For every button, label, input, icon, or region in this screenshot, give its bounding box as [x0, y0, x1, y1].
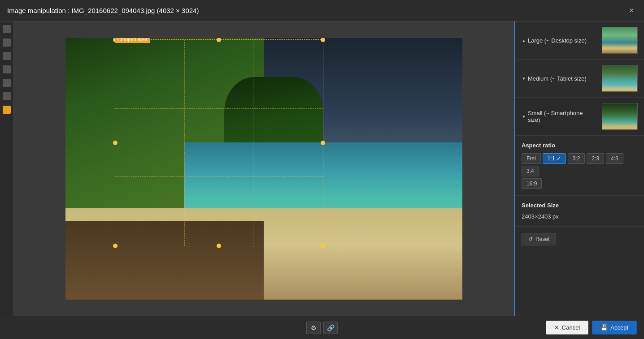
- ratio-btn-3-4[interactable]: 3:4: [522, 166, 539, 176]
- ratio-btn-4-3[interactable]: 4:3: [606, 153, 623, 164]
- large-size-label: ▲ Large (~ Desktop size): [522, 37, 596, 44]
- ratio-btn-16-9[interactable]: 16:9: [522, 178, 542, 189]
- sidebar-icon-6: [3, 92, 11, 100]
- small-thumb-image: [602, 103, 637, 129]
- link-icon: 🔗: [327, 324, 335, 331]
- crop-area-label: Cropped area: [115, 38, 150, 43]
- selected-size-section: Selected Size 2403×2403 px: [515, 196, 644, 227]
- crop-handle-bottom-left[interactable]: [113, 244, 117, 248]
- large-size-section: ▲ Large (~ Desktop size): [515, 21, 644, 60]
- reset-section: ↺ Reset: [515, 227, 644, 252]
- large-thumb-image: [602, 27, 637, 53]
- accept-button[interactable]: 💾 Accept: [592, 321, 637, 335]
- reset-icon: ↺: [528, 236, 533, 242]
- crop-handle-middle-left[interactable]: [113, 141, 117, 145]
- aspect-ratio-title: Aspect ratio: [522, 142, 638, 149]
- crop-handle-bottom-right[interactable]: [321, 244, 325, 248]
- image-manipulation-modal: Image manipulation : IMG_20160622_094043…: [0, 0, 644, 339]
- small-thumb: [602, 103, 638, 130]
- large-size-info: ▲ Large (~ Desktop size): [522, 37, 596, 44]
- small-size-info: ▼ Small (~ Smartphone size): [522, 110, 596, 123]
- aspect-ratio-section: Aspect ratio Frei 1:1 ✓ 3:2 2:3 4:3 3:4 …: [515, 136, 644, 196]
- sidebar-icon-accent: [3, 106, 11, 114]
- image-edit-area: Cropped area: [13, 21, 514, 316]
- ratio-buttons-row1: Frei 1:1 ✓ 3:2 2:3 4:3 3:4: [522, 153, 638, 176]
- crop-handle-bottom-middle[interactable]: [217, 244, 221, 248]
- ratio-btn-3-2[interactable]: 3:2: [568, 153, 585, 164]
- reset-label: Reset: [535, 236, 549, 242]
- settings-icon: ⚙: [311, 324, 317, 331]
- reset-button[interactable]: ↺ Reset: [522, 233, 556, 245]
- small-size-text: Small (~ Smartphone size): [528, 110, 596, 123]
- accept-save-icon: 💾: [600, 324, 608, 331]
- medium-thumb-image: [602, 65, 637, 91]
- sidebar-icon-5: [3, 79, 11, 87]
- medium-chevron-icon: ▼: [522, 76, 526, 81]
- toolbar-link-button[interactable]: 🔗: [323, 322, 338, 334]
- large-size-text: Large (~ Desktop size): [528, 37, 587, 44]
- crop-handle-top-middle[interactable]: [217, 38, 221, 42]
- toolbar-settings-button[interactable]: ⚙: [306, 322, 321, 334]
- ratio-btn-1-1[interactable]: 1:1 ✓: [543, 153, 566, 164]
- accept-label: Accept: [610, 324, 628, 331]
- modal-title: Image manipulation : IMG_20160622_094043…: [7, 7, 199, 14]
- beach-image: Cropped area: [65, 38, 462, 300]
- selected-size-title: Selected Size: [522, 202, 638, 209]
- sidebar-icon-4: [3, 65, 11, 73]
- large-thumb: [602, 27, 638, 54]
- right-panel: ▲ Large (~ Desktop size) ▼ Medium (~ Tab…: [514, 21, 644, 316]
- ratio-btn-frei[interactable]: Frei: [522, 153, 541, 164]
- small-size-label: ▼ Small (~ Smartphone size): [522, 110, 596, 123]
- small-chevron-icon: ▼: [522, 114, 526, 119]
- cancel-x-icon: ✕: [554, 324, 559, 331]
- cancel-button[interactable]: ✕ Cancel: [546, 321, 588, 335]
- selected-size-value: 2403×2403 px: [522, 213, 638, 220]
- crop-overlay[interactable]: [115, 39, 323, 246]
- modal-close-button[interactable]: ×: [626, 4, 637, 17]
- left-sidebar: [0, 21, 13, 316]
- modal-body: Cropped area ▲: [0, 21, 644, 316]
- medium-size-text: Medium (~ Tablet size): [528, 75, 587, 82]
- bottom-bar: ⚙ 🔗 ✕ Cancel 💾 Accept: [0, 316, 644, 339]
- medium-thumb: [602, 65, 638, 92]
- sidebar-icon-3: [3, 52, 11, 60]
- small-size-section: ▼ Small (~ Smartphone size): [515, 98, 644, 136]
- large-chevron-icon: ▲: [522, 38, 526, 43]
- medium-size-section: ▼ Medium (~ Tablet size): [515, 60, 644, 98]
- ratio-buttons-row2: 16:9: [522, 178, 638, 189]
- sidebar-icon-2: [3, 39, 11, 47]
- cancel-label: Cancel: [562, 324, 580, 331]
- medium-size-label: ▼ Medium (~ Tablet size): [522, 75, 596, 82]
- medium-size-info: ▼ Medium (~ Tablet size): [522, 75, 596, 82]
- sidebar-icon-1: [3, 25, 11, 33]
- modal-header: Image manipulation : IMG_20160622_094043…: [0, 0, 644, 21]
- crop-handle-middle-right[interactable]: [321, 141, 325, 145]
- ratio-btn-2-3[interactable]: 2:3: [587, 153, 604, 164]
